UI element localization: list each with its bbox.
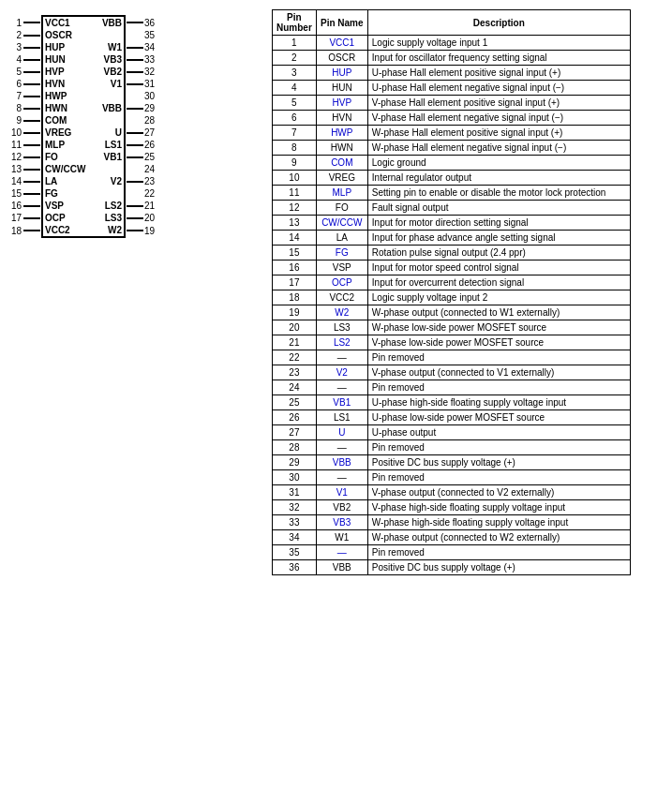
right-pin-number: 21	[144, 200, 161, 212]
row-pin-name: W2	[316, 305, 367, 320]
table-row: 2 OSCR Input for oscillator frequency se…	[273, 51, 631, 66]
row-description: Internal regulator output	[367, 171, 630, 186]
col-header-pin-name: Pin Name	[316, 10, 367, 36]
table-row: 29 VBB Positive DC bus supply voltage (+…	[273, 455, 631, 470]
right-pin-line	[125, 175, 144, 187]
right-pin-line	[125, 66, 144, 78]
right-pin-line	[125, 16, 144, 29]
table-row: 26 LS1 U-phase low-side power MOSFET sou…	[273, 410, 631, 425]
right-pin-label	[89, 187, 125, 200]
col-header-description: Description	[367, 10, 630, 36]
right-pin-label: V2	[89, 175, 125, 187]
row-pin-number: 18	[273, 290, 317, 305]
row-pin-number: 13	[273, 216, 317, 231]
table-row: 27 U U-phase output	[273, 425, 631, 440]
row-pin-name: VB1	[316, 395, 367, 410]
left-pin-line	[22, 78, 42, 90]
row-pin-number: 1	[273, 36, 317, 51]
left-pin-label: VCC2	[42, 224, 89, 237]
row-pin-name: HUP	[316, 66, 367, 81]
row-description: Logic ground	[367, 156, 630, 171]
row-pin-name: FG	[316, 246, 367, 261]
left-pin-label: VCC1	[42, 16, 89, 29]
row-description: Pin removed	[367, 545, 630, 560]
row-pin-name: HWP	[316, 126, 367, 141]
left-pin-number: 11	[9, 139, 22, 151]
row-pin-number: 7	[273, 126, 317, 141]
right-pin-label: VB1	[89, 151, 125, 163]
row-pin-number: 15	[273, 246, 317, 261]
left-pin-line	[22, 41, 42, 53]
right-pin-number: 25	[144, 151, 161, 163]
right-pin-number: 24	[144, 163, 161, 175]
pin-row: 11 MLP LS1 26	[9, 139, 161, 151]
row-pin-name: V1	[316, 485, 367, 500]
row-description: W-phase Hall element negative signal inp…	[367, 141, 630, 156]
table-row: 1 VCC1 Logic supply voltage input 1	[273, 36, 631, 51]
table-row: 24 — Pin removed	[273, 380, 631, 395]
row-pin-number: 30	[273, 470, 317, 485]
row-description: V-phase high-side floating supply voltag…	[367, 500, 630, 515]
left-pin-number: 10	[9, 127, 22, 139]
pin-table-container: PinNumber Pin Name Description 1 VCC1 Lo…	[272, 9, 663, 575]
row-pin-number: 35	[273, 545, 317, 560]
row-description: Logic supply voltage input 1	[367, 36, 630, 51]
row-pin-number: 12	[273, 201, 317, 216]
row-pin-name: HWN	[316, 141, 367, 156]
right-pin-label: W1	[89, 41, 125, 53]
left-pin-label: VSP	[42, 200, 89, 212]
table-row: 17 OCP Input for overcurrent detection s…	[273, 275, 631, 290]
row-pin-name: CW/CCW	[316, 216, 367, 231]
right-pin-line	[125, 187, 144, 200]
right-pin-label: U	[89, 127, 125, 139]
table-row: 18 VCC2 Logic supply voltage input 2	[273, 290, 631, 305]
table-row: 30 — Pin removed	[273, 470, 631, 485]
row-pin-name: —	[316, 470, 367, 485]
row-pin-number: 3	[273, 66, 317, 81]
right-pin-label	[89, 163, 125, 175]
left-pin-line	[22, 224, 42, 237]
row-description: V-phase low-side power MOSFET source	[367, 335, 630, 350]
left-pin-line	[22, 212, 42, 224]
table-row: 11 MLP Setting pin to enable or disable …	[273, 186, 631, 201]
left-pin-line	[22, 151, 42, 163]
row-pin-name: U	[316, 425, 367, 440]
row-pin-number: 36	[273, 560, 317, 575]
right-pin-number: 33	[144, 53, 161, 66]
row-pin-name: LS2	[316, 335, 367, 350]
row-pin-number: 17	[273, 275, 317, 290]
right-pin-number: 29	[144, 102, 161, 114]
left-pin-number: 2	[9, 29, 22, 41]
pin-row: 2 OSCR 35	[9, 29, 161, 41]
left-pin-number: 12	[9, 151, 22, 163]
row-pin-name: W1	[316, 530, 367, 545]
right-pin-label	[89, 29, 125, 41]
pin-row: 17 OCP LS3 20	[9, 212, 161, 224]
pin-row: 15 FG 22	[9, 187, 161, 200]
right-pin-line	[125, 90, 144, 102]
row-description: Pin removed	[367, 440, 630, 455]
right-pin-line	[125, 139, 144, 151]
row-pin-name: LS3	[316, 320, 367, 335]
left-pin-line	[22, 114, 42, 127]
row-description: V-phase Hall element positive signal inp…	[367, 96, 630, 111]
row-pin-name: VSP	[316, 261, 367, 275]
right-pin-line	[125, 102, 144, 114]
row-description: Input for phase advance angle setting si…	[367, 231, 630, 246]
row-pin-name: VREG	[316, 171, 367, 186]
table-row: 36 VBB Positive DC bus supply voltage (+…	[273, 560, 631, 575]
row-pin-name: —	[316, 350, 367, 365]
row-pin-number: 20	[273, 320, 317, 335]
left-pin-number: 14	[9, 175, 22, 187]
left-pin-label: HVP	[42, 66, 89, 78]
row-description: Pin removed	[367, 470, 630, 485]
table-row: 31 V1 V-phase output (connected to V2 ex…	[273, 485, 631, 500]
row-pin-number: 23	[273, 365, 317, 380]
table-row: 12 FO Fault signal output	[273, 201, 631, 216]
right-pin-number: 28	[144, 114, 161, 127]
left-pin-label: OCP	[42, 212, 89, 224]
right-pin-label: LS1	[89, 139, 125, 151]
pin-table: PinNumber Pin Name Description 1 VCC1 Lo…	[272, 9, 631, 575]
table-row: 7 HWP W-phase Hall element positive sign…	[273, 126, 631, 141]
row-description: W-phase Hall element positive signal inp…	[367, 126, 630, 141]
